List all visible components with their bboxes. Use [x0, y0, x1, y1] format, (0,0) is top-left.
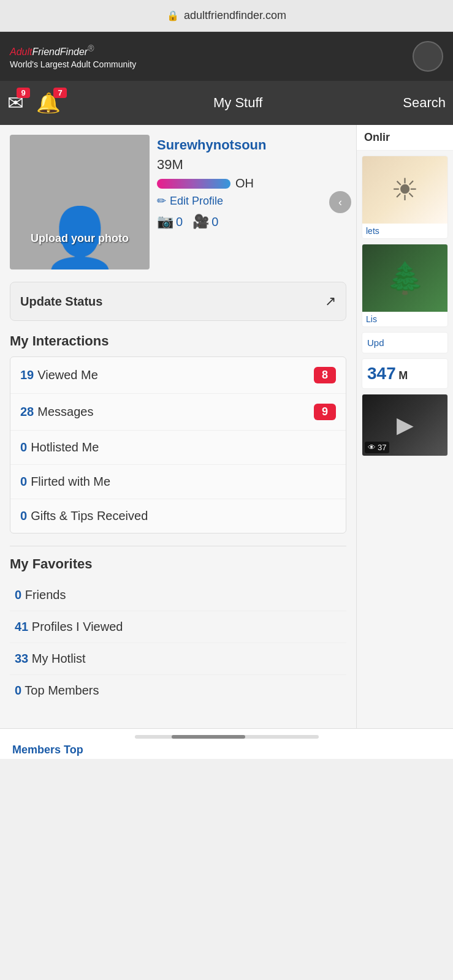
- profile-info: Surewhynotsoun 39M OH ✏ Edit Profile 📷 0: [157, 135, 346, 270]
- sidebar-stats: 347 M: [362, 358, 448, 389]
- logo-registered: ®: [88, 43, 94, 53]
- messages-count: 28: [20, 405, 34, 419]
- card1-photo-placeholder: ☀: [391, 172, 419, 208]
- my-hotlist-item[interactable]: 33 My Hotlist: [10, 643, 346, 675]
- edit-profile-label: Edit Profile: [170, 195, 223, 208]
- messages-left: 28 Messages: [20, 405, 93, 419]
- mail-badge: 9: [17, 88, 30, 98]
- profile-photo[interactable]: 👤 Upload your photo: [10, 135, 150, 270]
- app-header: AdultFriendFinder® World's Largest Adult…: [0, 32, 453, 81]
- sidebar-update-widget[interactable]: Upd: [362, 332, 448, 353]
- right-sidebar: Onlir ☀ lets 🌲 Lis Upd 347 M ▶: [356, 125, 453, 728]
- top-members-label: Top Members: [25, 684, 99, 697]
- sidebar-card-2[interactable]: 🌲 Lis: [362, 244, 448, 327]
- profile-age-gender: 39M: [157, 157, 346, 173]
- search-nav-button[interactable]: Search: [403, 95, 446, 111]
- eye-icon: 👁: [368, 443, 376, 452]
- videos-count: 0: [211, 215, 218, 229]
- my-hotlist-label: My Hotlist: [32, 652, 86, 665]
- friends-item[interactable]: 0 Friends: [10, 579, 346, 611]
- sidebar-video-views: 👁 37: [365, 442, 389, 453]
- lock-icon: 🔒: [167, 10, 179, 21]
- flirted-me-count: 0: [20, 475, 27, 489]
- hotlisted-me-row[interactable]: 0 Hotlisted Me: [10, 431, 346, 465]
- top-members-item[interactable]: 0 Top Members: [10, 675, 346, 706]
- card2-photo-placeholder: 🌲: [386, 260, 424, 296]
- sidebar-card-1-image: ☀: [362, 156, 447, 224]
- update-status-button[interactable]: Update Status ↗: [10, 282, 346, 321]
- mail-nav-button[interactable]: ✉ 9: [7, 91, 24, 115]
- sidebar-big-number: 347: [367, 364, 396, 383]
- sidebar-card-2-image: 🌲: [362, 244, 447, 312]
- edit-profile-button[interactable]: ✏ Edit Profile: [157, 194, 346, 208]
- messages-row[interactable]: 28 Messages 9: [10, 394, 346, 431]
- sidebar-card-2-name: Lis: [362, 312, 447, 326]
- photos-count: 0: [176, 215, 183, 229]
- sidebar-video-thumb: ▶ 👁 37: [362, 394, 447, 456]
- video-view-count: 37: [378, 443, 386, 452]
- profiles-viewed-item[interactable]: 41 Profiles I Viewed: [10, 611, 346, 643]
- profiles-viewed-count: 41: [15, 620, 28, 633]
- mystuff-nav-button[interactable]: My Stuff: [73, 95, 403, 111]
- bell-badge: 7: [53, 88, 67, 98]
- friends-count: 0: [15, 588, 21, 601]
- scroll-bar-area: [10, 735, 443, 739]
- online-header: Onlir: [357, 125, 453, 151]
- my-interactions-heading: My Interactions: [10, 333, 346, 349]
- gifts-tips-row[interactable]: 0 Gifts & Tips Received: [10, 499, 346, 533]
- logo-area: AdultFriendFinder® World's Largest Adult…: [10, 43, 136, 69]
- edit-square-icon: ↗: [325, 293, 336, 309]
- profile-username[interactable]: Surewhynotsoun: [157, 137, 346, 153]
- play-icon: ▶: [397, 412, 414, 438]
- videos-count-button[interactable]: 🎥 0: [192, 214, 218, 230]
- bell-nav-button[interactable]: 🔔 7: [36, 91, 61, 115]
- bottom-bar: Members Top: [0, 728, 453, 759]
- interactions-box: 19 Viewed Me 8 28 Messages 9 0 Hotlisted…: [10, 356, 346, 533]
- browser-bar: 🔒 adultfriendfinder.com: [0, 0, 453, 32]
- main-content: 👤 Upload your photo Surewhynotsoun 39M O…: [0, 125, 453, 728]
- profile-section: 👤 Upload your photo Surewhynotsoun 39M O…: [10, 135, 346, 270]
- profile-arrow-button[interactable]: ‹: [329, 191, 351, 213]
- horizontal-scrollbar[interactable]: [135, 735, 319, 739]
- upload-photo-text: Upload your photo: [10, 232, 150, 245]
- flirted-me-left: 0 Flirted with Me: [20, 475, 110, 489]
- logo-friend-finder: FriendFinder: [32, 47, 88, 58]
- viewed-me-badge: 8: [314, 367, 336, 383]
- viewed-me-left: 19 Viewed Me: [20, 368, 98, 382]
- video-icon: 🎥: [192, 214, 209, 230]
- match-bar-visual: [157, 179, 230, 189]
- logo-adult: Adult: [10, 47, 32, 58]
- my-hotlist-count: 33: [15, 652, 28, 665]
- pencil-icon: ✏: [157, 194, 166, 208]
- logo-tagline: World's Largest Adult Community: [10, 59, 136, 69]
- sidebar-card-1-name: lets: [362, 224, 447, 238]
- online-header-text: Onlir: [364, 131, 390, 143]
- gifts-tips-left: 0 Gifts & Tips Received: [20, 509, 148, 523]
- flirted-me-label: Flirted with Me: [31, 475, 110, 489]
- gifts-tips-label: Gifts & Tips Received: [31, 509, 148, 523]
- profile-match-bar: OH: [157, 176, 346, 190]
- header-avatar[interactable]: [413, 41, 443, 72]
- profile-state: OH: [235, 176, 254, 190]
- messages-label: Messages: [37, 405, 93, 419]
- sidebar-card-1[interactable]: ☀ lets: [362, 156, 448, 239]
- favorites-list: 0 Friends 41 Profiles I Viewed 33 My Hot…: [10, 579, 346, 706]
- bottom-labels: Members Top: [10, 744, 443, 756]
- hotlisted-me-label: Hotlisted Me: [31, 440, 99, 454]
- viewed-me-row[interactable]: 19 Viewed Me 8: [10, 357, 346, 394]
- members-top-label[interactable]: Members Top: [12, 744, 83, 756]
- photos-count-button[interactable]: 📷 0: [157, 214, 183, 230]
- nav-bar: ✉ 9 🔔 7 My Stuff Search: [0, 81, 453, 125]
- browser-url: adultfriendfinder.com: [184, 9, 286, 22]
- flirted-me-row[interactable]: 0 Flirted with Me: [10, 465, 346, 499]
- viewed-me-count: 19: [20, 368, 34, 382]
- top-members-count: 0: [15, 684, 21, 697]
- hotlisted-me-count: 0: [20, 440, 27, 454]
- hotlisted-me-left: 0 Hotlisted Me: [20, 440, 99, 454]
- center-panel: 👤 Upload your photo Surewhynotsoun 39M O…: [0, 125, 356, 728]
- scrollbar-thumb: [172, 735, 245, 739]
- sidebar-video-card[interactable]: ▶ 👁 37: [362, 394, 448, 456]
- my-favorites-heading: My Favorites: [10, 556, 346, 572]
- profile-media: 📷 0 🎥 0: [157, 214, 346, 230]
- messages-badge: 9: [314, 404, 336, 420]
